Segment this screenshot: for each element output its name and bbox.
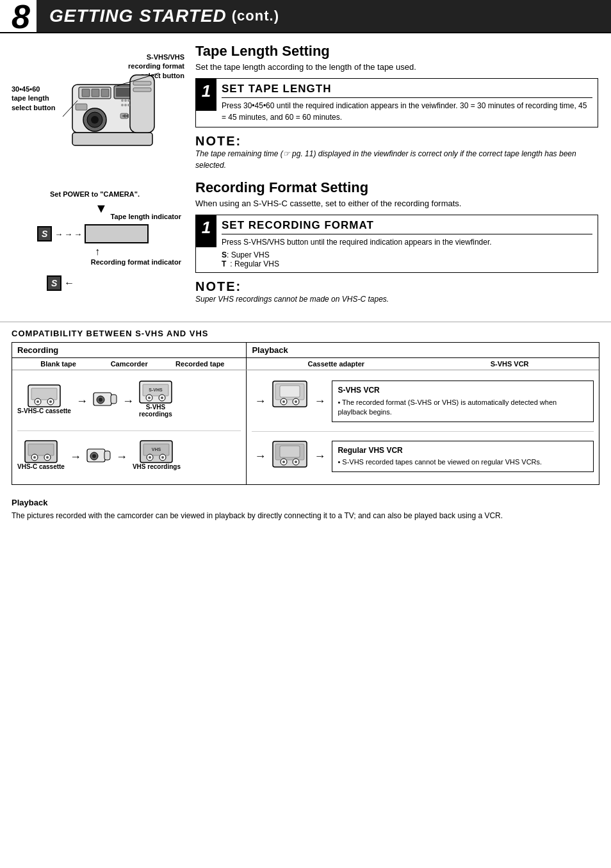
cassette-adapter-item1 [272, 381, 307, 407]
playback-bottom-title: Playback [12, 498, 599, 507]
down-arrow: ▼ [95, 201, 108, 216]
camcorder-diagram [60, 59, 162, 189]
tape-length-section: Tape Length Setting Set the tape length … [195, 44, 598, 171]
t-desc: : Regular VHS [230, 259, 279, 268]
svg-point-40 [148, 397, 151, 399]
vhs-recordings-label: VHS recordings [133, 463, 181, 470]
recorded-tape-svg2: VHS [140, 440, 173, 463]
playback-bottom-section: Playback The pictures recorded with the … [0, 491, 611, 534]
svg-point-48 [46, 456, 49, 459]
camcorder-icon-svg2 [86, 446, 111, 465]
tape-length-step1: 1 SET TAPE LENGTH Press 30•45•60 until t… [195, 78, 598, 127]
indicator-display-box [85, 224, 149, 243]
svg-rect-52 [104, 451, 110, 460]
step1-header: SET TAPE LENGTH [222, 83, 592, 98]
page-number: 8 [0, 0, 37, 32]
svhs-recordings-label: S-VHS recordings [139, 404, 172, 418]
recording-col-labels: Blank tape Camcorder Recorded tape [17, 360, 241, 368]
playback-row1: → → [252, 375, 594, 427]
svhs-vcr-box1: S-VHS VCR • The recorded format (S-VHS o… [332, 381, 594, 422]
compat-header-playback: Playback [247, 343, 599, 357]
playback-label: Playback [252, 345, 288, 355]
subheader-recording: Blank tape Camcorder Recorded tape [12, 358, 247, 370]
svg-point-21 [121, 104, 124, 106]
s-desc: : Super VHS [227, 250, 270, 259]
playback-row2: → → [252, 436, 594, 477]
t-bold: T [222, 259, 226, 268]
rf-note-text: Super VHS recordings cannot be made on V… [195, 294, 598, 305]
compat-table: Recording Playback Blank tape Camcorder … [12, 342, 599, 485]
cassette-adapter-svg2 [272, 441, 307, 468]
left-arrow: ← [64, 277, 74, 289]
svhs-options: S: Super VHS [222, 250, 592, 259]
svg-point-57 [149, 456, 151, 459]
recording-format-note: NOTE: Super VHS recordings cannot be mad… [195, 279, 598, 305]
playback-bottom-text: The pictures recorded with the camcorder… [12, 510, 599, 521]
recording-format-title: Recording Format Setting [195, 180, 598, 195]
compat-row2: VHS-C cassette → → [17, 435, 241, 479]
svg-rect-4 [101, 89, 109, 97]
tape-indicator-label: Tape length indicator [111, 213, 181, 220]
title-main: GETTING STARTED [49, 6, 227, 26]
step1-content: SET TAPE LENGTH Press 30•45•60 until the… [216, 79, 598, 127]
svg-rect-3 [92, 89, 99, 97]
s-bold: S [222, 250, 227, 259]
tape-note-title: NOTE: [195, 134, 598, 149]
title-cont: (cont.) [232, 8, 279, 24]
svg-text:VHS: VHS [152, 447, 161, 452]
svg-point-65 [282, 400, 285, 403]
recording-label: Recording [17, 345, 58, 355]
tape-note-text: The tape remaining time (☞ pg. 11) displ… [195, 149, 598, 171]
svg-rect-69 [280, 446, 300, 457]
s-format-indicator: S [47, 275, 61, 291]
svg-point-47 [33, 456, 36, 459]
svg-point-34 [99, 398, 102, 402]
cassette-adapter-item2 [272, 441, 307, 468]
svg-point-22 [124, 104, 127, 106]
svhsc-label: S-VHS-C cassette [17, 407, 71, 414]
arrow2: → [122, 395, 134, 408]
row-divider2 [252, 431, 594, 432]
recording-column: S-VHS-C cassette → → [12, 370, 247, 484]
main-content: S-VHS/VHS recording format select button… [0, 33, 611, 322]
vhsc-label: VHS-C cassette [17, 463, 65, 470]
vcr-area2: Regular VHS VCR • S-VHS recorded tapes c… [332, 441, 594, 472]
compat-title: COMPATIBILITY BETWEEN S-VHS AND VHS [12, 329, 599, 338]
s-indicator: S [37, 226, 52, 242]
top-arrows: → → → [54, 229, 82, 239]
vhsc-tape-item: VHS-C cassette [17, 440, 65, 470]
arrow6: → [314, 395, 325, 408]
content-column: Tape Length Setting Set the tape length … [189, 40, 611, 322]
svg-point-58 [161, 456, 164, 459]
vhs-option: T: Regular VHS [222, 259, 592, 268]
recording-format-indicator: S ← [47, 275, 74, 291]
svg-rect-44 [28, 444, 54, 455]
compat-header-recording: Recording [12, 343, 247, 357]
svhs-vcr-title: S-VHS VCR [338, 385, 588, 396]
rf-note-title: NOTE: [195, 279, 598, 294]
step-number-1b: 1 [196, 215, 216, 247]
diagram-column: S-VHS/VHS recording format select button… [0, 40, 189, 322]
tape-length-title: Tape Length Setting [195, 44, 598, 59]
svg-point-30 [37, 400, 39, 403]
svg-rect-35 [111, 395, 117, 404]
recording-format-indicator-label: Recording format indicator [91, 258, 181, 266]
svg-rect-62 [280, 386, 300, 397]
blank-tape-label: Blank tape [17, 360, 99, 368]
compat-subheader: Blank tape Camcorder Recorded tape Casse… [12, 358, 599, 370]
svg-point-66 [295, 400, 297, 403]
camcorder-label: Camcorder [104, 360, 154, 368]
recorded-tape-item1: S-VHS S-VHS recordings [139, 381, 172, 418]
compat-row1: S-VHS-C cassette → → [17, 375, 241, 427]
svg-rect-2 [82, 89, 90, 97]
step1b-text: Press S-VHS/VHS button until the require… [222, 237, 592, 248]
diagram-area: S-VHS/VHS recording format select button… [12, 46, 184, 315]
svhs-vcr-note: • The recorded format (S-VHS or VHS) is … [338, 398, 588, 418]
page-header: 8 GETTING STARTED (cont.) [0, 0, 611, 33]
playback-col-labels: Cassette adapter S-VHS VCR [252, 360, 594, 368]
recording-format-section: Recording Format Setting When using an S… [195, 180, 598, 305]
svg-point-19 [124, 99, 127, 102]
svg-text:S-VHS: S-VHS [149, 388, 163, 392]
svg-rect-27 [31, 388, 57, 400]
recorded-tape-label: Recorded tape [159, 360, 241, 368]
